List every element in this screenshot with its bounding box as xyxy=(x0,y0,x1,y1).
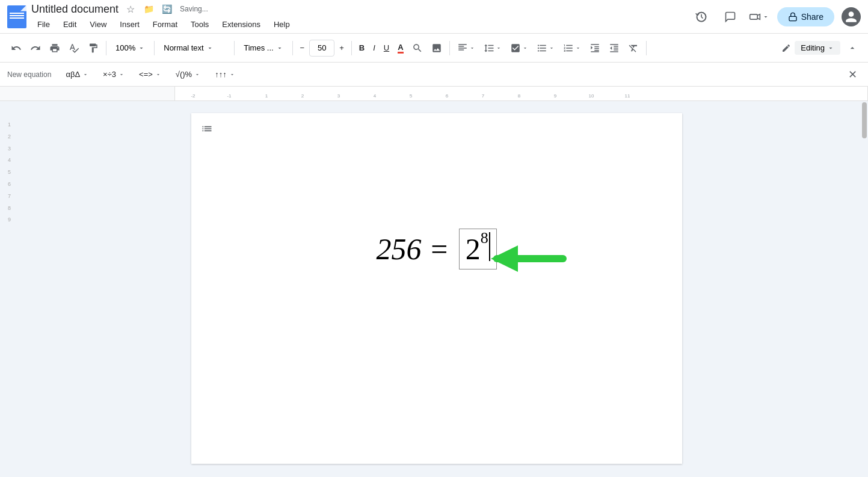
plus-icon: + xyxy=(339,43,344,52)
editing-button[interactable]: Editing xyxy=(795,41,840,55)
equation-left-part: 256 = xyxy=(376,232,449,266)
divider-2 xyxy=(154,41,155,55)
font-size-box[interactable]: 50 xyxy=(309,40,334,57)
numbered-list-button[interactable] xyxy=(559,38,585,58)
menu-help[interactable]: Help xyxy=(268,17,296,31)
svg-text:7: 7 xyxy=(482,93,485,99)
zoom-dropdown[interactable]: 100% xyxy=(110,38,150,58)
svg-rect-1 xyxy=(749,14,757,19)
svg-text:6: 6 xyxy=(446,93,449,99)
svg-text:9: 9 xyxy=(554,93,557,99)
svg-text:4: 4 xyxy=(374,93,377,99)
svg-text:3: 3 xyxy=(337,93,340,99)
equation-bar: New equation αβΔ ×÷3 <=> √()% ↑↑↑ ✕ xyxy=(0,63,868,87)
arrow-annotation xyxy=(449,235,569,285)
menu-view[interactable]: View xyxy=(84,17,112,31)
new-equation-label: New equation xyxy=(7,70,51,79)
svg-text:1: 1 xyxy=(265,93,268,99)
menu-extensions[interactable]: Extensions xyxy=(216,17,266,31)
page: 256 = 2 8 xyxy=(191,113,682,464)
collapse-toolbar-button[interactable] xyxy=(844,40,861,57)
svg-text:5: 5 xyxy=(410,93,413,99)
operations-btn[interactable]: ×÷3 xyxy=(98,69,129,80)
checklist-button[interactable] xyxy=(506,38,532,58)
share-label: Share xyxy=(801,12,823,22)
spell-check-button[interactable] xyxy=(65,38,83,58)
text-color-button[interactable]: A xyxy=(394,38,407,58)
minus-icon: − xyxy=(300,43,305,52)
undo-button[interactable] xyxy=(7,38,25,58)
outdent-button[interactable] xyxy=(605,38,623,58)
divider-3 xyxy=(234,41,235,55)
saving-text: Saving... xyxy=(180,5,208,13)
menu-format[interactable]: Format xyxy=(147,17,183,31)
underline-button[interactable]: U xyxy=(380,38,393,58)
redo-button[interactable] xyxy=(26,38,45,58)
drive-icon[interactable]: 📁 xyxy=(141,2,156,16)
line-spacing-button[interactable] xyxy=(480,38,505,58)
meet-icon-btn[interactable] xyxy=(748,6,770,28)
paint-format-button[interactable] xyxy=(84,38,102,58)
align-button[interactable] xyxy=(454,38,479,58)
clear-format-button[interactable] xyxy=(624,38,642,58)
user-avatar[interactable] xyxy=(842,7,861,26)
font-dropdown[interactable]: Times ... xyxy=(238,38,288,58)
font-size-plus-button[interactable]: + xyxy=(336,38,348,58)
title-section: Untitled document ☆ 📁 🔄 Saving... File E… xyxy=(31,2,686,31)
indent-button[interactable] xyxy=(586,38,604,58)
doc-title[interactable]: Untitled document xyxy=(31,3,119,16)
style-label: Normal text xyxy=(164,43,203,52)
font-size-value: 50 xyxy=(318,43,326,52)
doc-icon xyxy=(7,5,26,28)
print-button[interactable] xyxy=(46,38,64,58)
ruler: -2 -1 1 2 3 4 5 6 7 8 9 10 11 xyxy=(0,87,868,101)
bullet-list-button[interactable] xyxy=(533,38,558,58)
bold-button[interactable]: B xyxy=(356,38,368,58)
doc-title-row: Untitled document ☆ 📁 🔄 Saving... xyxy=(31,2,686,16)
italic-button[interactable]: I xyxy=(369,38,379,58)
doc-area[interactable]: 256 = 2 8 xyxy=(12,101,861,476)
equation-container: 256 = 2 8 xyxy=(235,229,639,269)
highlight-button[interactable] xyxy=(408,38,426,58)
math-btn[interactable]: √()% xyxy=(171,69,205,80)
title-icons: ☆ 📁 🔄 Saving... xyxy=(123,2,208,16)
divider-1 xyxy=(106,41,106,55)
svg-text:-2: -2 xyxy=(191,93,195,99)
history-icon-btn[interactable] xyxy=(691,6,712,28)
divider-6 xyxy=(449,41,450,55)
svg-text:8: 8 xyxy=(518,93,521,99)
doc-content: 256 = 2 8 xyxy=(191,113,682,313)
insert-image-button[interactable] xyxy=(428,38,446,58)
toolbar: 100% Normal text Times ... − 50 + B I U … xyxy=(0,34,868,63)
editing-label: Editing xyxy=(801,43,825,52)
title-bar: Untitled document ☆ 📁 🔄 Saving... File E… xyxy=(0,0,868,34)
menu-file[interactable]: File xyxy=(31,17,56,31)
font-label: Times ... xyxy=(244,43,273,52)
svg-text:2: 2 xyxy=(301,93,304,99)
menu-bar: File Edit View Insert Format Tools Exten… xyxy=(31,17,686,31)
divider-4 xyxy=(292,41,293,55)
main-area: 12345 6789 256 = 2 xyxy=(0,101,868,476)
font-size-minus-button[interactable]: − xyxy=(297,38,309,58)
svg-text:-1: -1 xyxy=(227,93,232,99)
svg-marker-17 xyxy=(491,245,518,272)
arrows-btn[interactable]: ↑↑↑ xyxy=(210,69,240,80)
menu-insert[interactable]: Insert xyxy=(114,17,146,31)
relations-btn[interactable]: <=> xyxy=(134,69,166,80)
svg-text:10: 10 xyxy=(589,93,594,99)
left-margin: 12345 6789 xyxy=(0,101,12,476)
greek-btn[interactable]: αβΔ xyxy=(61,69,93,80)
menu-tools[interactable]: Tools xyxy=(185,17,215,31)
style-dropdown[interactable]: Normal text xyxy=(158,38,230,58)
equation-bar-close[interactable]: ✕ xyxy=(844,66,861,83)
right-scrollbar[interactable] xyxy=(861,101,868,476)
divider-5 xyxy=(351,41,352,55)
chat-icon-btn[interactable] xyxy=(719,6,741,28)
sync-icon[interactable]: 🔄 xyxy=(159,2,174,16)
right-controls: Share xyxy=(691,6,861,28)
ruler-inner: -2 -1 1 2 3 4 5 6 7 8 9 10 11 xyxy=(174,87,868,100)
menu-edit[interactable]: Edit xyxy=(57,17,82,31)
star-icon[interactable]: ☆ xyxy=(123,2,138,16)
divider-7 xyxy=(646,41,647,55)
share-button[interactable]: Share xyxy=(777,7,834,26)
